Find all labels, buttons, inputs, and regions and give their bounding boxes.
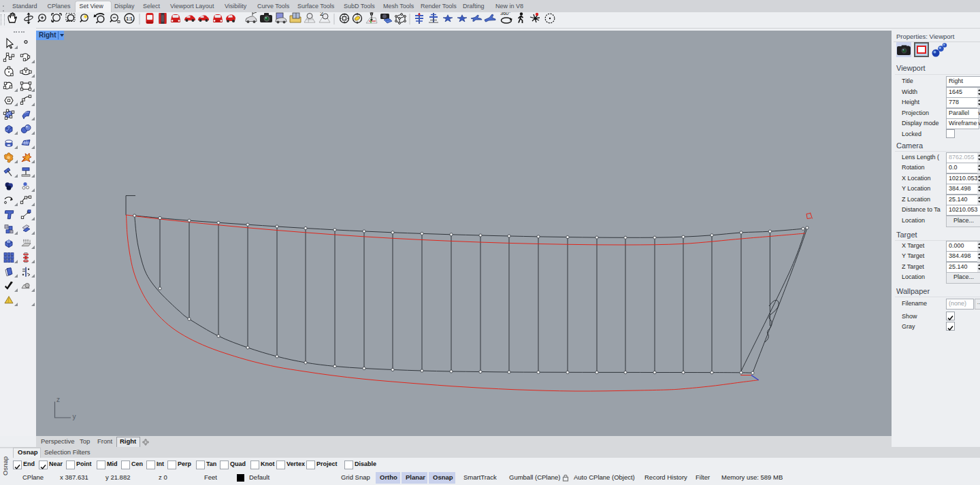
svg-text:z: z [56, 396, 60, 403]
svg-text:360°: 360° [500, 12, 511, 16]
svg-text:y: y [73, 413, 76, 420]
svg-text:2: 2 [320, 12, 323, 17]
svg-text:1:1: 1:1 [126, 16, 133, 21]
